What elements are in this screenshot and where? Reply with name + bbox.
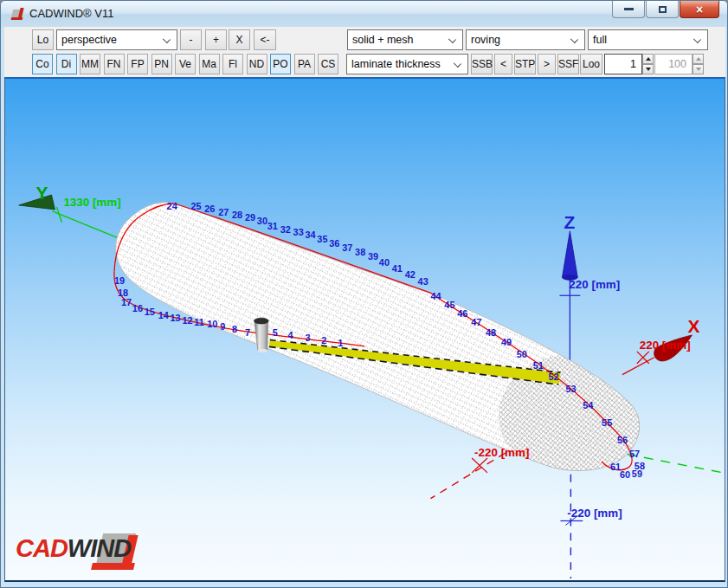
path-point-16: 16	[132, 303, 143, 313]
path-point-46: 46	[457, 308, 467, 319]
path-point-44: 44	[430, 291, 441, 301]
path-point-7: 7	[245, 327, 250, 338]
toolbar-button-x[interactable]: X	[229, 29, 250, 50]
step-back-button[interactable]: <	[494, 54, 512, 74]
path-point-43: 43	[418, 276, 428, 287]
stp-button[interactable]: STP	[514, 54, 536, 74]
fiber-mode-select[interactable]: roving	[466, 29, 585, 50]
path-point-51: 51	[533, 360, 544, 371]
arrow-up-icon	[646, 57, 651, 61]
spinner-up-button	[693, 54, 704, 64]
cadwind-logo: CADWIND	[16, 533, 154, 570]
path-point-8: 8	[232, 324, 237, 334]
logo-red-shape	[91, 563, 135, 570]
path-point-1: 1	[338, 338, 343, 348]
step-forward-button[interactable]: >	[538, 54, 556, 74]
toolbar-button-pn[interactable]: PN	[151, 54, 172, 74]
z-axis	[562, 231, 577, 371]
z-dim-label: 220 [mm]	[569, 278, 620, 291]
path-point-39: 39	[368, 251, 378, 262]
path-point-13: 13	[171, 313, 181, 323]
display-mode-select[interactable]: laminate thickness	[346, 54, 468, 74]
path-point-27: 27	[218, 207, 229, 217]
path-point-25: 25	[190, 201, 201, 211]
step-number-spinner	[642, 54, 654, 74]
toolbar-button-co[interactable]: Co	[32, 54, 53, 74]
speed-input: 100	[654, 54, 693, 74]
path-point-37: 37	[342, 242, 352, 253]
path-point-49: 49	[501, 337, 512, 347]
mandrel-3d-model	[116, 203, 647, 478]
toolbar-button-ve[interactable]: Ve	[175, 54, 196, 74]
toolbar: Lo perspective - + X <- solid + mesh rov…	[4, 27, 725, 77]
ssb-button[interactable]: SSB	[471, 54, 493, 74]
coverage-select[interactable]: full	[588, 29, 708, 50]
path-point-34: 34	[305, 229, 315, 240]
toolbar-button-fp[interactable]: FP	[127, 54, 148, 74]
scene-canvas: 1234567891011121314151617181924252627282…	[5, 79, 725, 580]
toolbar-button-po[interactable]: PO	[270, 54, 291, 74]
path-point-41: 41	[392, 263, 403, 274]
toolbar-button-fl[interactable]: Fl	[222, 54, 243, 74]
back-button[interactable]: <-	[254, 29, 276, 50]
toolbar-button-fn[interactable]: FN	[104, 54, 125, 74]
app-window: CADWIND® V11 × Lo perspective - + X <- s…	[0, 0, 728, 588]
logo-text-cad: CAD	[16, 534, 68, 562]
x-axis-label: X	[687, 316, 699, 336]
view-mode-select[interactable]: perspective	[56, 29, 177, 50]
close-button[interactable]: ×	[680, 1, 719, 18]
path-point-24: 24	[167, 201, 177, 211]
chevron-down-icon	[163, 36, 171, 43]
zoom-out-button[interactable]: -	[180, 29, 202, 50]
render-mode-select[interactable]: solid + mesh	[347, 29, 463, 50]
path-point-57: 57	[629, 449, 640, 459]
window-controls: ×	[611, 1, 719, 18]
x-neg-dim-label: -220 [mm]	[474, 446, 529, 459]
chevron-down-icon	[570, 36, 578, 43]
close-icon: ×	[696, 3, 703, 16]
path-point-56: 56	[617, 435, 628, 445]
path-point-59: 59	[632, 468, 642, 479]
z-axis-label: Z	[564, 212, 575, 232]
toolbar-button-cs[interactable]: CS	[318, 54, 338, 74]
titlebar[interactable]: CADWIND® V11 ×	[1, 1, 727, 27]
z-axis-arrow	[562, 231, 577, 278]
maximize-icon	[659, 6, 667, 13]
path-point-5: 5	[273, 327, 278, 338]
feed-eye-cone	[254, 318, 268, 352]
ssf-button[interactable]: SSF	[557, 54, 579, 74]
path-point-30: 30	[257, 216, 267, 226]
path-point-15: 15	[145, 307, 155, 317]
path-point-48: 48	[486, 327, 496, 338]
speed-spinner	[693, 54, 704, 74]
step-number-input[interactable]: 1	[604, 54, 642, 74]
zoom-in-button[interactable]: +	[205, 29, 227, 50]
path-point-28: 28	[232, 210, 242, 220]
arrow-down-icon	[646, 68, 651, 71]
path-point-3: 3	[305, 333, 310, 343]
minimize-button[interactable]	[612, 1, 645, 18]
toolbar-button-mm[interactable]: MM	[80, 54, 100, 74]
spinner-up-button[interactable]	[642, 54, 654, 64]
viewport-3d[interactable]: 1234567891011121314151617181924252627282…	[4, 77, 725, 582]
toolbar-button-lo[interactable]: Lo	[32, 29, 54, 50]
toolbar-button-ma[interactable]: Ma	[199, 54, 220, 74]
loo-button[interactable]: Loo	[580, 54, 602, 74]
path-point-11: 11	[194, 317, 204, 327]
x-dim-label: 220 [mm]	[640, 339, 691, 352]
toolbar-button-di[interactable]: Di	[56, 54, 77, 74]
window-title: CADWIND® V11	[29, 7, 113, 20]
path-point-53: 53	[565, 384, 576, 394]
z-neg-dim-label: -220 [mm]	[567, 507, 622, 520]
toolbar-button-pa[interactable]: PA	[294, 54, 315, 74]
path-point-9: 9	[220, 321, 225, 332]
maximize-button[interactable]	[646, 1, 679, 18]
path-point-52: 52	[549, 372, 559, 382]
spinner-down-button[interactable]	[642, 64, 654, 74]
path-point-60: 60	[620, 469, 630, 480]
path-point-33: 33	[293, 227, 304, 237]
toolbar-button-nd[interactable]: ND	[247, 54, 267, 74]
path-point-10: 10	[207, 319, 217, 329]
path-point-18: 18	[118, 288, 128, 298]
path-point-31: 31	[267, 221, 278, 231]
